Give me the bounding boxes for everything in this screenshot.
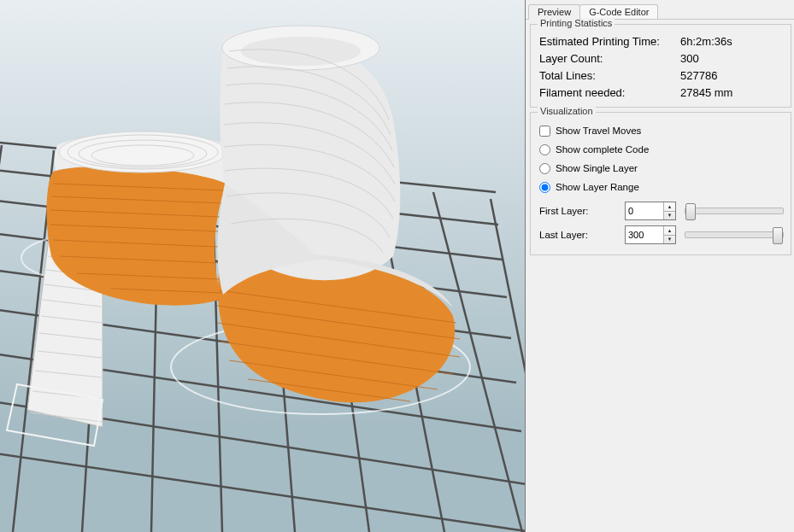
stat-value: 300: [680, 50, 699, 67]
last-layer-step-down[interactable]: ▼: [664, 236, 675, 244]
svg-line-17: [433, 192, 522, 532]
last-layer-input[interactable]: [626, 226, 663, 243]
show-layer-range-row[interactable]: Show Layer Range: [539, 178, 784, 196]
first-layer-control: First Layer: ▲ ▼: [539, 202, 784, 220]
first-layer-step-up[interactable]: ▲: [664, 202, 675, 212]
visualization-title: Visualization: [538, 106, 596, 116]
svg-point-49: [241, 37, 361, 66]
show-single-layer-row[interactable]: Show Single Layer: [539, 159, 784, 178]
show-single-layer-radio[interactable]: [539, 163, 550, 174]
print-preview-viewport[interactable]: [0, 0, 526, 532]
stat-label: Layer Count:: [539, 50, 680, 67]
svg-line-8: [0, 447, 525, 532]
stat-label: Filament needed:: [539, 85, 680, 102]
stat-label: Estimated Printing Time:: [539, 33, 680, 50]
last-layer-label: Last Layer:: [539, 230, 625, 240]
show-complete-code-label: Show complete Code: [556, 140, 649, 159]
stat-label: Total Lines:: [539, 67, 680, 85]
last-layer-spinbox[interactable]: ▲ ▼: [625, 225, 676, 244]
show-travel-moves-checkbox[interactable]: [539, 126, 550, 137]
stat-value: 6h:2m:36s: [680, 33, 732, 50]
show-layer-range-label: Show Layer Range: [556, 178, 639, 196]
preview-canvas: [0, 0, 525, 532]
last-layer-control: Last Layer: ▲ ▼: [539, 225, 784, 244]
first-layer-step-down[interactable]: ▼: [664, 212, 675, 220]
tab-preview[interactable]: Preview: [528, 4, 580, 20]
last-layer-slider[interactable]: [685, 231, 784, 238]
side-panel: Preview G-Code Editor Printing Statistic…: [526, 0, 794, 532]
svg-point-47: [59, 132, 226, 172]
visualization-group: Visualization Show Travel Moves Show com…: [530, 112, 791, 255]
show-single-layer-label: Show Single Layer: [556, 159, 638, 178]
show-travel-moves-label: Show Travel Moves: [556, 121, 641, 140]
app-root: Preview G-Code Editor Printing Statistic…: [0, 0, 794, 532]
stat-row-filament: Filament needed: 27845 mm: [539, 85, 784, 102]
stat-row-estimated-time: Estimated Printing Time: 6h:2m:36s: [539, 33, 784, 50]
first-layer-slider-thumb[interactable]: [685, 203, 696, 220]
show-complete-code-row[interactable]: Show complete Code: [539, 140, 784, 159]
panel-tabs: Preview G-Code Editor: [526, 0, 794, 20]
last-layer-step-up[interactable]: ▲: [664, 226, 675, 236]
first-layer-label: First Layer:: [539, 206, 625, 216]
show-complete-code-radio[interactable]: [539, 144, 550, 155]
printing-statistics-group: Printing Statistics Estimated Printing T…: [530, 24, 791, 108]
tab-gcode-editor[interactable]: G-Code Editor: [579, 4, 658, 19]
stat-value: 27845 mm: [680, 85, 732, 102]
stat-row-total-lines: Total Lines: 527786: [539, 67, 784, 85]
first-layer-slider[interactable]: [685, 208, 784, 214]
show-layer-range-radio[interactable]: [539, 182, 550, 193]
first-layer-spinbox[interactable]: ▲ ▼: [625, 202, 676, 220]
show-travel-moves-row[interactable]: Show Travel Moves: [539, 121, 784, 140]
stat-value: 527786: [680, 67, 717, 85]
stat-row-layer-count: Layer Count: 300: [539, 50, 784, 67]
last-layer-slider-thumb[interactable]: [773, 227, 783, 244]
first-layer-input[interactable]: [626, 202, 663, 219]
